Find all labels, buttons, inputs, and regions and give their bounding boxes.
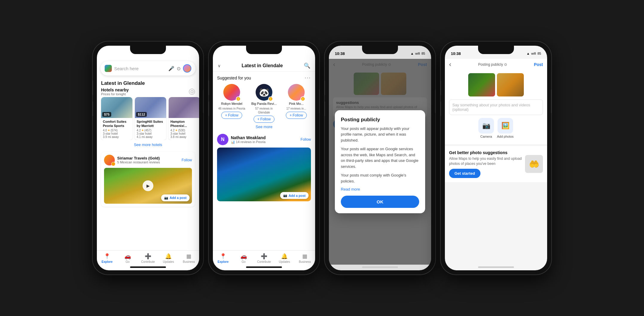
hotels-title-1: Hotels nearby (101, 88, 129, 92)
nav-business-2[interactable]: ▦ Business (295, 253, 315, 263)
hotel-stars-1: ★ (141, 129, 144, 132)
hotel-image-2 (169, 97, 199, 118)
post-author-2: Nathan Weakland (231, 135, 298, 140)
add-photos-btn-4[interactable]: 🖼️ Add photos (497, 118, 514, 138)
profile-meta-0: 46 reviews in Peoria (218, 107, 245, 111)
add-post-label-1: Add a post (170, 196, 187, 200)
nav-explore-2[interactable]: 📍 Explore (213, 253, 233, 263)
hotel-score-0: 4.0 (103, 129, 107, 132)
modal-read-more-3[interactable]: Read more (341, 187, 419, 191)
volume-down-2 (209, 101, 209, 116)
play-button-1[interactable]: ▶ (143, 180, 153, 191)
camera-btn-4[interactable]: 📷 Camera (478, 118, 494, 138)
food-image-1: ▶ 📷 Add a post (104, 168, 192, 204)
business-label-1: Business (183, 260, 195, 263)
follow-plus-2: + (290, 113, 292, 117)
nav-go-1[interactable]: 🚗 Go (117, 253, 138, 263)
nav-go-2[interactable]: 🚗 Go (233, 253, 254, 263)
more-dots-2[interactable]: ··· (305, 75, 311, 81)
nav-contribute-1[interactable]: ➕ Contribute (138, 253, 158, 263)
volume-up-4 (441, 80, 441, 95)
profile-avatar-2: ⭐ (288, 84, 305, 101)
notch-2 (246, 46, 282, 54)
hotel-info-0: Comfort Suites Peoria Sports 4.0 ★ (574)… (101, 118, 132, 140)
phone-1: Search here 🎤 ⊙ Latest in Glendale Hotel… (93, 42, 203, 274)
nav-contribute-2[interactable]: ➕ Contribute (254, 253, 274, 263)
profile-card-1: 🐼 ⭐ Big Panda Revi... 57 reviews in Glen… (249, 84, 279, 123)
hotel-card-2[interactable]: Hampton Phoenix/... 4.2 ★ (530) 3-star h… (169, 97, 199, 140)
get-better-text-container-4: Get better photo suggestions Allow Maps … (449, 150, 522, 178)
status-time-4: 10:38 (451, 51, 461, 56)
dropdown-arrow-2[interactable]: ∨ (218, 63, 221, 68)
add-post-btn-2[interactable]: 📷 Add a post (280, 192, 309, 199)
caption-box-4[interactable]: Say something about your photos and vide… (449, 99, 543, 115)
go-icon-2: 🚗 (240, 253, 247, 260)
search-input-1[interactable]: Search here (114, 66, 166, 71)
post-follow-btn-2[interactable]: Follow (300, 137, 311, 142)
modal-overlay-3: Posting publicly Your posts will appear … (329, 59, 431, 265)
get-better-title-4: Get better photo suggestions (449, 150, 522, 155)
nav-updates-1[interactable]: 🔔 Updates (158, 253, 178, 263)
profile-badge-1: ⭐ (268, 96, 273, 101)
search-icon-2[interactable]: 🔍 (304, 62, 310, 69)
hotel-stars-0: ★ (108, 129, 110, 132)
lens-icon-1[interactable]: ⊙ (177, 66, 181, 71)
screen-1: Search here 🎤 ⊙ Latest in Glendale Hotel… (97, 46, 199, 270)
hotel-card-0[interactable]: $75 Comfort Suites Peoria Sports 4.0 ★ (… (101, 97, 132, 140)
traveler-avatar-1 (104, 155, 115, 165)
suggested-section-2: Suggested for you ··· ⭐ Robyn Mendel 46 … (213, 72, 315, 134)
location-icon-4: ▲ (527, 52, 530, 55)
power-button-1 (203, 89, 203, 113)
traveler-follow-btn-1[interactable]: Follow (181, 158, 192, 162)
go-label-1: Go (126, 260, 129, 263)
traveler-meta-1: 5 Mexican restaurant reviews (117, 160, 179, 164)
profile-avatar-1: 🐼 ⭐ (256, 84, 272, 101)
hotel-name-1: SpringHill Suites by Marriott (137, 119, 164, 128)
panda-icon-1: 🐼 (259, 88, 269, 97)
hotels-subtitle-1: Prices for tonight (101, 92, 129, 96)
post-btn-4[interactable]: Post (534, 62, 543, 67)
modal-text2-3: Your posts will appear on Google service… (341, 146, 419, 169)
add-post-icon-1: 📷 (164, 196, 168, 200)
hotels-header-1: Hotels nearby Prices for tonight ⓘ (97, 88, 199, 97)
see-more-link-2[interactable]: See more (217, 123, 311, 131)
hotel-card-1[interactable]: $112 SpringHill Suites by Marriott 4.2 ★… (135, 97, 166, 140)
follow-btn-2[interactable]: + Follow (286, 112, 307, 119)
profile-meta-2: 17 reviews in... (286, 107, 306, 111)
hotel-rating-0: 4.0 ★ (574) (103, 129, 131, 132)
modal-box-3: Posting publicly Your posts will appear … (335, 110, 425, 214)
modal-ok-btn-3[interactable]: OK (341, 196, 419, 208)
nav-explore-1[interactable]: 📍 Explore (97, 253, 117, 263)
screen2-header: ∨ Latest in Glendale 🔍 (213, 59, 315, 72)
updates-icon-2: 🔔 (281, 253, 288, 260)
add-post-btn-1[interactable]: 📷 Add a post (161, 194, 190, 201)
nav-updates-2[interactable]: 🔔 Updates (274, 253, 294, 263)
user-avatar-1[interactable] (183, 64, 191, 73)
hotel-image-1: $112 (135, 97, 166, 118)
get-started-btn-4[interactable]: Get started (449, 169, 480, 178)
profile-card-2: ⭐ Pink Mo... 17 reviews in... + Follow (282, 84, 311, 123)
post-image-2: 📷 Add a post (217, 148, 311, 201)
profile-meta-1: 57 reviews in Glendale (249, 107, 279, 114)
contribute-label-2: Contribute (257, 260, 271, 263)
follow-btn-1[interactable]: + Follow (254, 116, 275, 123)
nav-business-1[interactable]: ▦ Business (179, 253, 199, 263)
phone-3: 10:38 ▲ wifi 85 ‹ Posting publicly ⊙ Pos… (325, 42, 435, 274)
profile-badge-2: ⭐ (300, 96, 305, 101)
post-header-2: N Nathan Weakland 📊 14 reviews in Peoria… (217, 134, 311, 145)
updates-icon-1: 🔔 (165, 253, 172, 260)
follow-btn-0[interactable]: + Follow (221, 112, 242, 119)
location-icon-3: ▲ (410, 52, 414, 55)
status-icons-3: ▲ wifi 85 (410, 52, 425, 55)
see-more-hotels-link[interactable]: See more hotels (97, 140, 199, 149)
phone-2: ∨ Latest in Glendale 🔍 Suggested for you… (209, 42, 319, 274)
hotel-type-1: 3-star hotel (137, 132, 164, 135)
business-label-2: Business (299, 260, 311, 263)
mic-icon-1[interactable]: 🎤 (168, 66, 174, 71)
info-icon-1[interactable]: ⓘ (189, 89, 195, 95)
search-bar-1[interactable]: Search here 🎤 ⊙ (100, 61, 196, 76)
traveler-info-1: Siriamar Travels (Gold) 5 Mexican restau… (117, 156, 179, 164)
home-indicator-1 (130, 266, 166, 268)
back-icon-4[interactable]: ‹ (449, 61, 451, 68)
status-icons-4: ▲ wifi 85 (527, 52, 541, 55)
